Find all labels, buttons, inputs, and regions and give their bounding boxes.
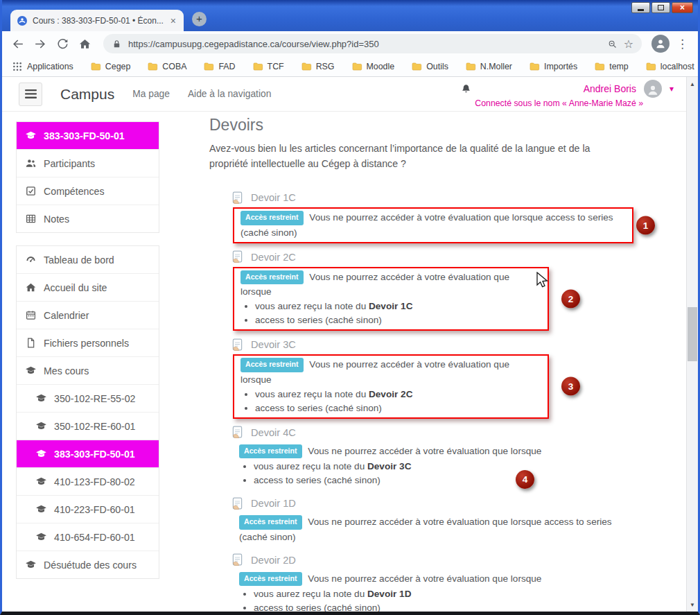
back-button[interactable] — [9, 35, 27, 53]
sidebar-item-participants[interactable]: Participants — [17, 149, 159, 177]
bookmark-folder-moodle[interactable]: Moodle — [351, 61, 395, 72]
page-scrollbar[interactable]: ▲ ▼ — [686, 77, 698, 612]
bookmark-folder-rsg[interactable]: RSG — [301, 61, 335, 72]
assignment-icon — [230, 425, 245, 440]
bookmark-folder-n-moller[interactable]: N.Moller — [465, 61, 512, 72]
apps-label: Applications — [27, 62, 73, 71]
url-text[interactable]: https://campusupg.cegepadistance.ca/cour… — [128, 39, 601, 49]
assignment-item-devoir-2c: Devoir 2C Accès restreint Vous ne pourre… — [230, 249, 631, 331]
course-sidebar: 383-303-FD-50-01 Participants Compétence… — [16, 121, 159, 591]
folder-icon — [301, 61, 312, 72]
sidebar-item-comp-tences[interactable]: Compétences — [17, 177, 159, 205]
notifications-bell-icon[interactable] — [460, 83, 472, 95]
assignment-link-devoir-4c[interactable]: Devoir 4C — [251, 427, 296, 438]
assignment-link-devoir-3c[interactable]: Devoir 3C — [251, 339, 296, 350]
window-minimize-button[interactable] — [631, 2, 650, 13]
minimize-icon — [638, 9, 644, 11]
nav-link-help[interactable]: Aide à la navigation — [188, 89, 271, 99]
bookmark-folder-cegep[interactable]: Cegep — [90, 61, 131, 72]
sidebar-item-label: Désuétude des cours — [44, 560, 137, 571]
bookmark-folder-tcf[interactable]: TCF — [252, 61, 284, 72]
site-brand[interactable]: Campus — [60, 86, 114, 103]
bookmark-folder-outils[interactable]: Outils — [411, 61, 448, 72]
sidebar-item-label: Compétences — [44, 186, 105, 197]
bookmark-folder-import-s[interactable]: Importés — [529, 61, 577, 72]
hamburger-menu-button[interactable] — [19, 83, 42, 106]
sidebar-item-label: 410-123-FD-80-02 — [54, 476, 135, 487]
sidebar-item-383-303-fd-50-01[interactable]: 383-303-FD-50-01 — [17, 440, 159, 467]
restriction-condition: vous aurez reçu la note du Devoir 1D — [254, 587, 624, 601]
bookmark-folder-localhost[interactable]: localhost — [645, 61, 694, 72]
sidebar-item-350-102-re-60-01[interactable]: 350-102-RE-60-01 — [17, 412, 159, 440]
bookmark-folder-temp[interactable]: temp — [594, 61, 629, 72]
user-name-link[interactable]: Andrei Boris — [584, 83, 636, 94]
tab-close-icon[interactable]: × — [169, 16, 177, 26]
sidebar-item-label: Calendrier — [44, 310, 89, 321]
restriction-conditions: vous aurez reçu la note du Devoir 2Cacce… — [240, 388, 541, 415]
restriction-conditions: vous aurez reçu la note du Devoir 1Cacce… — [240, 300, 541, 327]
assignment-item-devoir-4c: Devoir 4C Accès restreint Vous ne pourre… — [230, 424, 631, 490]
home-button[interactable] — [76, 35, 94, 53]
assignment-link-devoir-2c[interactable]: Devoir 2C — [251, 252, 296, 263]
restriction-condition: access to series (caché sinon) — [254, 474, 624, 487]
window-maximize-button[interactable] — [651, 2, 670, 13]
user-menu-caret-icon[interactable]: ▾ — [670, 84, 674, 94]
browser-profile-avatar[interactable] — [651, 35, 670, 53]
sidebar-item-calendrier[interactable]: Calendrier — [17, 301, 159, 329]
restriction-condition: access to series (caché sinon) — [254, 601, 624, 612]
scrollbar-thumb[interactable] — [688, 307, 697, 361]
bookmark-folder-label: Outils — [426, 62, 448, 71]
sidebar-item-410-123-fd-80-02[interactable]: 410-123-FD-80-02 — [17, 467, 159, 495]
sidebar-item-notes[interactable]: Notes — [17, 205, 159, 232]
section-intro: Avez-vous bien lu les articles concernan… — [209, 141, 631, 171]
browser-window: Cours : 383-303-FD-50-01 • Écon... × + ×… — [0, 0, 700, 615]
new-tab-button[interactable]: + — [192, 12, 207, 26]
assignment-item-devoir-2d: Devoir 2D Accès restreint Vous ne pourre… — [230, 552, 631, 612]
sidebar-item-icon — [35, 531, 47, 543]
assignment-item-devoir-1c: Devoir 1C Accès restreint Vous ne pourre… — [230, 189, 631, 243]
sidebar-item-350-102-re-55-02[interactable]: 350-102-RE-55-02 — [17, 384, 159, 412]
restriction-condition: access to series (caché sinon) — [255, 313, 541, 327]
scrollbar-down-arrow[interactable]: ▼ — [687, 599, 698, 610]
browser-menu-icon[interactable]: ⋮ — [674, 37, 691, 51]
address-bar[interactable]: https://campusupg.cegepadistance.ca/cour… — [103, 34, 642, 53]
sidebar-item-mes-cours[interactable]: Mes cours — [17, 356, 159, 384]
bookmark-folder-coba[interactable]: COBA — [147, 61, 186, 72]
bookmark-folder-label: Cegep — [105, 62, 131, 71]
reload-button[interactable] — [53, 35, 71, 53]
annotation-callout-4: 4 — [516, 470, 534, 489]
assignment-link-devoir-1c[interactable]: Devoir 1C — [251, 192, 296, 203]
sidebar-item-410-223-fd-60-01[interactable]: 410-223-FD-60-01 — [17, 495, 159, 523]
restriction-condition: vous aurez reçu la note du Devoir 1C — [255, 300, 541, 313]
bookmark-folder-label: Importés — [544, 62, 577, 71]
apps-button[interactable]: Applications — [12, 61, 73, 72]
bookmark-folder-fad[interactable]: FAD — [203, 61, 235, 72]
restriction-text: Vous ne pourrez accéder à votre évaluati… — [306, 446, 542, 456]
sidebar-item-icon — [35, 503, 47, 515]
scrollbar-up-arrow[interactable]: ▲ — [687, 78, 698, 89]
sidebar-item-d-su-tude-des-cours[interactable]: Désuétude des cours — [17, 551, 159, 578]
browser-toolbar: https://campusupg.cegepadistance.ca/cour… — [2, 31, 698, 56]
zoom-icon[interactable] — [607, 39, 618, 49]
nav-link-mypage[interactable]: Ma page — [132, 89, 170, 99]
sidebar-item-tableau-de-bord[interactable]: Tableau de bord — [17, 246, 159, 273]
restriction-notice: Accès restreint Vous ne pourrez accéder … — [233, 267, 549, 331]
restriction-text: Vous ne pourrez accéder à votre évaluati… — [306, 573, 542, 584]
restriction-condition: vous aurez reçu la note du Devoir 2C — [255, 388, 541, 401]
window-close-button[interactable]: × — [672, 2, 693, 13]
bookmark-folder-label: localhost — [660, 62, 694, 71]
sidebar-item-383-303-fd-50-01[interactable]: 383-303-FD-50-01 — [17, 122, 159, 149]
sidebar-item-410-654-fd-60-01[interactable]: 410-654-FD-60-01 — [17, 523, 159, 551]
apps-grid-icon — [12, 61, 23, 72]
bookmark-star-icon[interactable]: ☆ — [624, 37, 633, 51]
sidebar-item-accueil-du-site[interactable]: Accueil du site — [17, 273, 159, 301]
restriction-notice: Accès restreint Vous ne pourrez accéder … — [233, 442, 631, 490]
forward-button[interactable] — [31, 35, 49, 53]
user-avatar[interactable] — [644, 80, 662, 98]
sidebar-item-icon — [35, 392, 47, 404]
assignment-link-devoir-1d[interactable]: Devoir 1D — [251, 498, 296, 509]
assignment-link-devoir-2d[interactable]: Devoir 2D — [251, 555, 296, 566]
sidebar-item-fichiers-personnels[interactable]: Fichiers personnels — [17, 329, 159, 356]
assignment-item-devoir-3c: Devoir 3C Accès restreint Vous ne pourre… — [230, 336, 631, 418]
browser-tab[interactable]: Cours : 383-303-FD-50-01 • Écon... × — [10, 10, 184, 31]
